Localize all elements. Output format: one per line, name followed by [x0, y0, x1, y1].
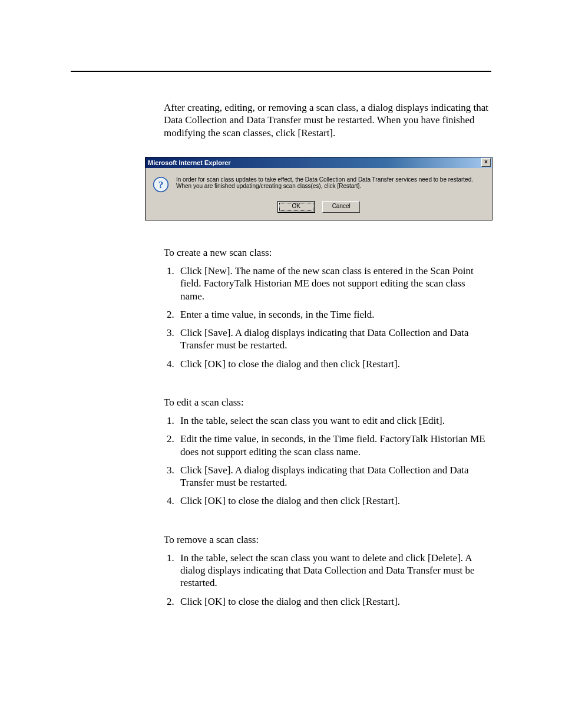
list-item: Click [OK] to close the dialog and then …: [177, 595, 491, 608]
remove-steps: In the table, select the scan class you …: [164, 552, 491, 608]
question-icon: ?: [153, 176, 169, 195]
dialog-message: In order for scan class updates to take …: [176, 176, 486, 190]
remove-lead: To remove a scan class:: [164, 533, 491, 546]
dialog-screenshot: Microsoft Internet Explorer × ? In order…: [145, 157, 492, 220]
svg-text:?: ?: [158, 179, 164, 190]
list-item: Click [Save]. A dialog displays indicati…: [177, 464, 491, 489]
intro-paragraph: After creating, editing, or removing a s…: [164, 101, 491, 139]
list-item: Edit the time value, in seconds, in the …: [177, 433, 491, 458]
create-lead: To create a new scan class:: [164, 246, 491, 259]
close-icon[interactable]: ×: [481, 158, 491, 167]
list-item: Click [OK] to close the dialog and then …: [177, 495, 491, 507]
cancel-button[interactable]: Cancel: [322, 201, 360, 213]
edit-lead: To edit a scan class:: [164, 396, 491, 409]
list-item: Click [New]. The name of the new scan cl…: [177, 265, 491, 302]
list-item: Enter a time value, in seconds, in the T…: [177, 308, 491, 321]
list-item: Click [Save]. A dialog displays indicati…: [177, 327, 491, 352]
dialog-title: Microsoft Internet Explorer: [148, 159, 481, 166]
edit-steps: In the table, select the scan class you …: [164, 414, 491, 508]
create-steps: Click [New]. The name of the new scan cl…: [164, 265, 491, 370]
horizontal-rule: [71, 71, 491, 72]
list-item: In the table, select the scan class you …: [177, 414, 491, 427]
document-page: After creating, editing, or removing a s…: [0, 0, 562, 661]
list-item: In the table, select the scan class you …: [177, 552, 491, 589]
list-item: Click [OK] to close the dialog and then …: [177, 358, 491, 370]
ok-button[interactable]: OK: [277, 201, 315, 213]
dialog-titlebar: Microsoft Internet Explorer ×: [146, 157, 492, 168]
